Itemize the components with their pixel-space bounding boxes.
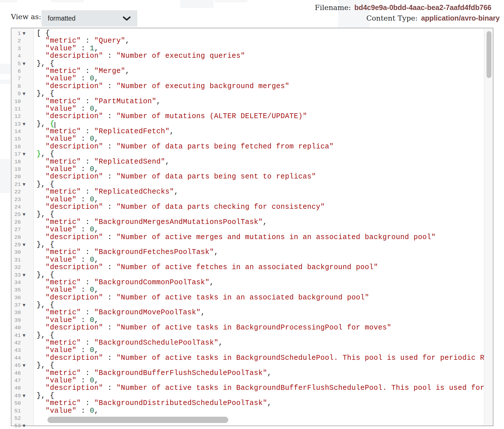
code-line[interactable]: "metric" : "BackgroundBufferFlushSchedul… <box>34 370 484 377</box>
fold-arrow-icon[interactable]: ▼ <box>23 362 25 369</box>
code-token: [ { <box>37 29 50 37</box>
skeleton-block <box>0 159 11 193</box>
code-line[interactable]: "metric" : "BackgroundSchedulePoolTask", <box>34 339 484 347</box>
vertical-scrollbar-thumb[interactable] <box>487 31 491 78</box>
code-line[interactable]: "metric" : "BackgroundMergesAndMutations… <box>34 219 484 226</box>
code-line[interactable]: "description" : "Number of active tasks … <box>34 354 484 362</box>
fold-arrow-icon[interactable]: ▼ <box>23 211 25 218</box>
code-line[interactable]: "value" : 0, <box>34 196 484 203</box>
code-line[interactable]: "value" : 0, <box>34 135 484 143</box>
fold-arrow-icon[interactable]: ▼ <box>23 392 25 400</box>
code-line[interactable]: }, { <box>34 392 484 400</box>
code-token: "value" <box>45 44 77 53</box>
fold-arrow-icon[interactable]: ▼ <box>23 181 25 188</box>
code-line[interactable]: }, { <box>34 211 484 218</box>
horizontal-scrollbar-thumb[interactable] <box>47 417 228 423</box>
line-number: 36 <box>14 295 21 301</box>
line-number: 48 <box>14 385 21 391</box>
code-line[interactable]: "value" : 1, <box>34 45 484 52</box>
code-line[interactable]: "value" : 0, <box>34 256 484 264</box>
code-line[interactable]: }, { <box>34 60 484 67</box>
code-line[interactable]: "description" : "Number of active tasks … <box>34 324 484 331</box>
code-line[interactable]: "metric" : "BackgroundCommonPoolTask", <box>34 279 484 286</box>
code-token: , <box>94 346 99 354</box>
fold-arrow-icon[interactable]: ▼ <box>23 241 25 249</box>
gutter-row: 12 <box>11 113 33 120</box>
gutter-row: 44 <box>11 354 33 362</box>
gutter-row: 17▼ <box>11 150 33 158</box>
code-line[interactable]: }, { <box>34 120 484 128</box>
code-line[interactable]: "metric" : "Query", <box>34 37 484 45</box>
code-line[interactable]: }, { <box>34 332 484 339</box>
code-line[interactable]: "value" : 0, <box>34 407 484 415</box>
gutter-row: 37▼ <box>11 301 33 309</box>
code-line[interactable]: "description" : "Number of mutations (AL… <box>34 113 484 120</box>
fold-arrow-icon[interactable]: ▼ <box>23 422 25 429</box>
code-line[interactable]: "description" : "Number of active tasks … <box>34 294 484 301</box>
line-number: 15 <box>14 136 21 142</box>
code-line[interactable]: "value" : 0, <box>34 286 484 294</box>
code-line[interactable]: "description" : "Number of active tasks … <box>34 384 484 392</box>
code-line[interactable]: "value" : 0, <box>34 377 484 384</box>
code-line[interactable]: "value" : 0, <box>34 166 484 173</box>
code-line[interactable]: "metric" : "BackgroundFetchesPoolTask", <box>34 249 484 256</box>
code-line[interactable]: }, { <box>34 241 484 249</box>
code-line[interactable]: }, { <box>34 362 484 369</box>
code-line[interactable]: [ { <box>34 30 484 37</box>
gutter-row: 51 <box>11 407 33 415</box>
code-line[interactable]: "description" : "Number of executing bac… <box>34 83 484 90</box>
code-line[interactable]: "description" : "Number of executing que… <box>34 52 484 60</box>
fold-arrow-icon[interactable]: ▼ <box>23 120 25 128</box>
code-line[interactable]: "metric" : "Merge", <box>34 67 484 75</box>
code-line[interactable]: "metric" : "ReplicatedSend", <box>34 158 484 166</box>
code-line[interactable]: "metric" : "BackgroundDistributedSchedul… <box>34 400 484 407</box>
view-as-select[interactable]: formatted <box>41 10 137 27</box>
gutter-row: 14 <box>11 128 33 135</box>
code-line[interactable]: "value" : 0, <box>34 105 484 113</box>
code-token: , <box>94 105 99 113</box>
line-number: 45 <box>14 362 21 369</box>
gutter-row: 15 <box>11 135 33 143</box>
code-line[interactable]: "metric" : "BackgroundMovePoolTask", <box>34 309 484 316</box>
gutter-row: 34 <box>11 279 33 286</box>
fold-arrow-icon[interactable]: ▼ <box>23 60 25 67</box>
code-line[interactable]: "metric" : "ReplicatedChecks", <box>34 188 484 196</box>
code-token: "value" <box>45 316 77 324</box>
code-line[interactable]: "metric" : "ReplicatedFetch", <box>34 128 484 135</box>
code-line[interactable]: "value" : 0, <box>34 317 484 324</box>
code-line[interactable]: "description" : "Number of active merges… <box>34 234 484 241</box>
json-editor[interactable]: 1▼2345▼6789▼10111213▼14151617▼18192021▼2… <box>11 28 493 426</box>
code-line[interactable]: }, { <box>34 181 484 188</box>
code-token <box>37 74 45 83</box>
gutter-row: 9▼ <box>11 90 33 98</box>
code-token: , <box>94 376 99 385</box>
fold-arrow-icon[interactable]: ▼ <box>23 30 25 37</box>
code-line[interactable]: }, { <box>34 271 484 279</box>
code-line[interactable]: "value" : 0, <box>34 75 484 82</box>
code-token: "metric" <box>45 97 81 106</box>
code-line[interactable]: }, { <box>34 301 484 309</box>
code-token: : <box>81 308 94 317</box>
fold-arrow-icon[interactable]: ▼ <box>23 332 25 339</box>
gutter-row: 30 <box>11 249 33 256</box>
fold-arrow-icon[interactable]: ▼ <box>23 150 25 158</box>
code-token: "description" <box>45 354 103 362</box>
code-line[interactable]: "description" : "Number of data parts be… <box>34 143 484 150</box>
code-token: "BackgroundMovePoolTask" <box>94 308 201 317</box>
code-token <box>37 52 45 60</box>
code-line[interactable]: }, { <box>34 90 484 98</box>
fold-arrow-icon[interactable]: ▼ <box>23 90 25 98</box>
code-line[interactable]: "value" : 0, <box>34 226 484 233</box>
fold-arrow-icon[interactable]: ▼ <box>23 271 25 279</box>
code-line[interactable]: "value" : 0, <box>34 347 484 354</box>
code-line[interactable]: "description" : "Number of data parts ch… <box>34 203 484 211</box>
code-line[interactable]: }, { <box>34 150 484 158</box>
code-line[interactable]: "description" : "Number of active fetche… <box>34 264 484 271</box>
line-number: 37 <box>14 302 21 308</box>
fold-arrow-icon[interactable]: ▼ <box>23 301 25 309</box>
code-token: }, <box>37 120 50 128</box>
editor-code-area[interactable]: [ { "metric" : "Query", "value" : 1, "de… <box>34 28 484 426</box>
code-token: "value" <box>45 376 77 385</box>
code-line[interactable]: "metric" : "PartMutation", <box>34 98 484 105</box>
code-line[interactable]: "description" : "Number of data parts be… <box>34 173 484 180</box>
